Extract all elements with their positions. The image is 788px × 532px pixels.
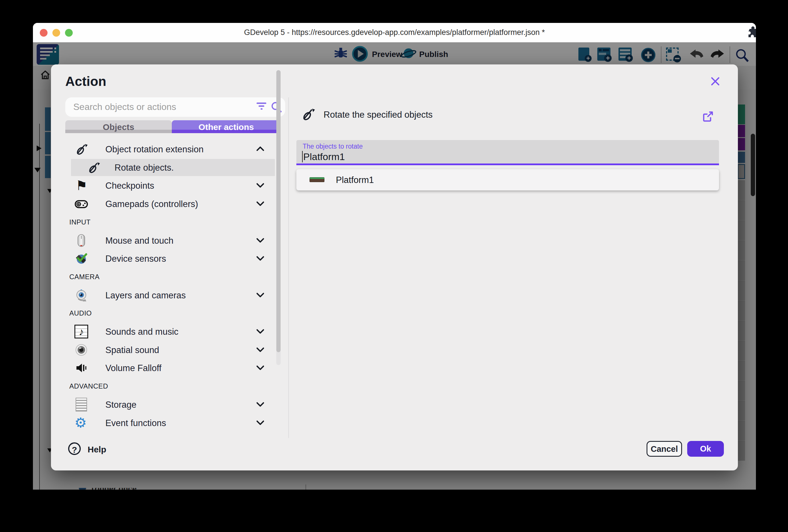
section-header-input: INPUT bbox=[69, 218, 91, 226]
list-item-label: Checkpoints bbox=[105, 181, 154, 191]
flag-icon: ⚑ bbox=[75, 179, 88, 192]
close-icon[interactable] bbox=[708, 74, 723, 88]
list-item-label: Event functions bbox=[105, 418, 166, 428]
section-header-audio: AUDIO bbox=[69, 309, 92, 317]
list-item-sounds-and-music[interactable]: ♪Sounds and music bbox=[51, 323, 280, 340]
chevron-down-icon[interactable] bbox=[255, 237, 265, 244]
speaker-icon bbox=[75, 343, 88, 357]
chevron-down-icon[interactable] bbox=[255, 181, 265, 189]
chevron-down-icon[interactable] bbox=[255, 200, 265, 207]
chevron-down-icon[interactable] bbox=[255, 400, 265, 408]
list-item-gamepads-controllers[interactable]: Gamepads (controllers) bbox=[51, 195, 280, 213]
platform-sprite-icon bbox=[310, 177, 324, 182]
open-in-new-icon[interactable] bbox=[701, 110, 715, 123]
tab-other-actions[interactable]: Other actions bbox=[172, 120, 281, 133]
list-item-label: Sounds and music bbox=[105, 327, 178, 337]
chevron-down-icon[interactable] bbox=[255, 328, 265, 335]
suggestion-platform1[interactable]: Platform1 bbox=[296, 169, 719, 191]
list-item-device-sensors[interactable]: Device sensors bbox=[51, 250, 280, 267]
list-item-label: Layers and cameras bbox=[105, 290, 186, 301]
list-item-label: Volume Falloff bbox=[105, 363, 161, 373]
list-item-event-functions[interactable]: ⚙Event functions bbox=[51, 414, 280, 432]
gamepad-icon bbox=[75, 197, 88, 211]
list-item-storage[interactable]: Storage bbox=[51, 396, 280, 413]
question-mark-icon: ? bbox=[68, 442, 81, 455]
webcam-icon bbox=[75, 288, 88, 302]
tab-objects[interactable]: Objects bbox=[65, 120, 172, 133]
rotation-icon bbox=[301, 107, 316, 122]
objects-to-rotate-field[interactable]: The objects to rotate Platform1 bbox=[296, 140, 719, 165]
field-label: The objects to rotate bbox=[303, 143, 363, 150]
music-note-icon: ♪ bbox=[75, 325, 88, 338]
storage-icon bbox=[75, 398, 88, 411]
gear-icon: ⚙ bbox=[75, 416, 88, 430]
chevron-up-icon[interactable] bbox=[255, 145, 265, 153]
list-scrollbar-thumb[interactable] bbox=[276, 70, 281, 352]
chevron-down-icon[interactable] bbox=[255, 255, 265, 262]
suggestion-label: Platform1 bbox=[336, 175, 374, 185]
section-header-advanced: ADVANCED bbox=[69, 382, 108, 390]
list-item-label: Rotate objects. bbox=[115, 163, 174, 173]
panel-divider bbox=[288, 97, 289, 438]
section-header-camera: CAMERA bbox=[69, 273, 100, 281]
list-item-label: Spatial sound bbox=[105, 345, 159, 355]
chevron-down-icon[interactable] bbox=[255, 291, 265, 299]
list-item-rotate-objects[interactable]: Rotate objects. bbox=[71, 159, 275, 176]
list-item-volume-falloff[interactable]: Volume Falloff bbox=[51, 359, 280, 376]
rotation-icon bbox=[75, 142, 88, 156]
search-bar bbox=[65, 97, 285, 117]
chevron-down-icon[interactable] bbox=[255, 346, 265, 353]
action-dialog: Action Objects Other actions Object rota… bbox=[51, 64, 738, 470]
extensions-puzzle-icon[interactable] bbox=[745, 26, 756, 41]
screenshot-stage: GDevelop 5 - https://resources.gdevelop-… bbox=[0, 0, 788, 532]
filter-icon[interactable] bbox=[257, 102, 266, 111]
list-item-object-rotation-extension[interactable]: Object rotation extension bbox=[51, 141, 280, 158]
list-item-layers-and-cameras[interactable]: Layers and cameras bbox=[51, 287, 280, 304]
device-sensors-icon bbox=[75, 252, 88, 265]
list-item-spatial-sound[interactable]: Spatial sound bbox=[51, 341, 280, 358]
field-value: Platform1 bbox=[303, 151, 345, 162]
suggestions-dropdown: Platform1 bbox=[296, 169, 719, 191]
text-caret bbox=[302, 151, 303, 162]
list-item-label: Gamepads (controllers) bbox=[105, 199, 198, 209]
list-item-mouse-and-touch[interactable]: Mouse and touch bbox=[51, 232, 280, 249]
chevron-down-icon[interactable] bbox=[255, 364, 265, 371]
search-input[interactable] bbox=[73, 99, 239, 115]
window-title: GDevelop 5 - https://resources.gdevelop-… bbox=[33, 28, 756, 37]
list-item-checkpoints[interactable]: ⚑Checkpoints bbox=[51, 177, 280, 194]
list-item-label: Object rotation extension bbox=[105, 144, 203, 155]
action-description: Rotate the specified objects bbox=[323, 110, 433, 120]
titlebar: GDevelop 5 - https://resources.gdevelop-… bbox=[33, 23, 756, 42]
list-item-label: Storage bbox=[105, 400, 137, 410]
ok-button[interactable]: Ok bbox=[687, 441, 724, 457]
mouse-icon bbox=[75, 234, 88, 248]
rotation-icon bbox=[87, 161, 100, 174]
actions-list: Object rotation extensionRotate objects.… bbox=[51, 137, 288, 440]
list-item-label: Device sensors bbox=[105, 254, 166, 264]
volume-icon bbox=[75, 361, 88, 375]
chevron-down-icon[interactable] bbox=[255, 419, 265, 426]
cancel-button[interactable]: Cancel bbox=[647, 441, 682, 457]
dialog-title: Action bbox=[65, 74, 106, 89]
list-item-label: Mouse and touch bbox=[105, 236, 174, 246]
help-label: Help bbox=[87, 445, 106, 454]
